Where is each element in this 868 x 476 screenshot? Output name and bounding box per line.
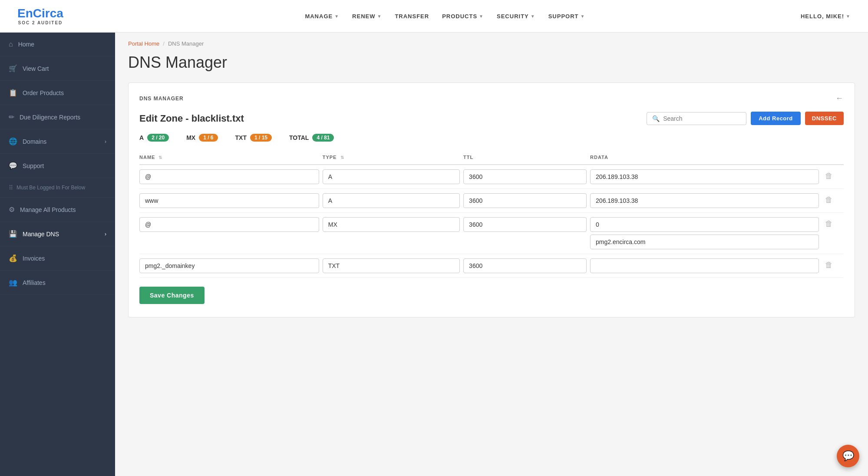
logo-sub: SOC 2 AUDITED <box>18 20 63 25</box>
table-row: 🗑 <box>139 254 844 278</box>
txt-count: TXT 1 / 15 <box>235 134 272 142</box>
support-arrow: ▼ <box>581 14 585 19</box>
sidebar-item-label: Must Be Logged In For Below <box>17 185 85 191</box>
rdata-input[interactable] <box>590 258 819 273</box>
sidebar-item-manage-dns[interactable]: 💾 Manage DNS › <box>0 222 115 246</box>
rdata-input[interactable] <box>590 235 819 249</box>
name-input[interactable] <box>139 193 319 208</box>
delete-button[interactable]: 🗑 <box>822 193 835 206</box>
chat-bubble-icon: 💬 <box>842 450 854 462</box>
breadcrumb-current: DNS Manager <box>168 40 204 47</box>
sidebar-item-support[interactable]: 💬 Support <box>0 154 115 178</box>
name-sort-icon[interactable]: ⇅ <box>158 155 162 160</box>
a-label: A <box>139 134 144 141</box>
search-icon: 🔍 <box>652 115 660 122</box>
sidebar-item-label: Support <box>23 162 44 169</box>
name-cell <box>139 213 323 254</box>
rdata-input[interactable] <box>590 193 819 208</box>
sidebar-item-view-cart[interactable]: 🛒 View Cart <box>0 56 115 81</box>
sidebar-item-domains[interactable]: 🌐 Domains › <box>0 129 115 154</box>
a-count: A 2 / 20 <box>139 134 169 142</box>
type-input[interactable] <box>323 169 460 184</box>
type-cell <box>323 189 463 213</box>
nav-support[interactable]: SUPPORT ▼ <box>548 13 585 20</box>
name-cell <box>139 165 323 189</box>
nav-renew[interactable]: RENEW ▼ <box>352 13 382 20</box>
sidebar-item-label: Invoices <box>23 255 45 262</box>
table-row: 🗑 <box>139 213 844 254</box>
user-arrow: ▼ <box>846 14 851 19</box>
ttl-cell <box>463 254 590 278</box>
nav-manage[interactable]: MANAGE ▼ <box>305 13 339 20</box>
type-input[interactable] <box>323 258 460 273</box>
sidebar-item-label: Affiliates <box>23 279 46 286</box>
panel-header-label: DNS MANAGER <box>139 96 184 102</box>
name-input[interactable] <box>139 258 319 273</box>
user-menu[interactable]: HELLO, MIKE! ▼ <box>801 13 851 20</box>
nav-security[interactable]: SECURITY ▼ <box>497 13 535 20</box>
rdata-cell <box>590 254 822 278</box>
ttl-cell <box>463 165 590 189</box>
type-cell <box>323 254 463 278</box>
back-arrow-button[interactable]: ← <box>835 94 844 103</box>
search-box[interactable]: 🔍 <box>647 112 746 125</box>
ttl-input[interactable] <box>463 217 587 232</box>
save-changes-button[interactable]: Save Changes <box>139 287 205 304</box>
nav-links: MANAGE ▼ RENEW ▼ TRANSFER PRODUCTS ▼ SEC… <box>89 13 801 20</box>
sidebar-item-label: Home <box>18 41 34 48</box>
ttl-input[interactable] <box>463 258 587 273</box>
rdata-cell <box>590 189 822 213</box>
name-input[interactable] <box>139 217 319 232</box>
dns-expand-arrow: › <box>105 231 106 237</box>
due-diligence-icon: ✏ <box>9 113 14 121</box>
delete-button[interactable]: 🗑 <box>822 217 835 230</box>
rdata-container <box>590 193 819 208</box>
table-row: 🗑 <box>139 165 844 189</box>
action-cell: 🗑 <box>822 213 844 254</box>
chat-bubble-button[interactable]: 💬 <box>837 445 859 467</box>
main-content: Portal Home / DNS Manager DNS Manager DN… <box>115 33 868 476</box>
mx-count: MX 1 / 6 <box>186 134 218 142</box>
sidebar-item-due-diligence[interactable]: ✏ Due Diligence Reports <box>0 105 115 129</box>
sidebar-item-home[interactable]: ⌂ Home <box>0 33 115 56</box>
type-input[interactable] <box>323 217 460 232</box>
rdata-cell <box>590 213 822 254</box>
nav-products[interactable]: PRODUCTS ▼ <box>442 13 484 20</box>
ttl-input[interactable] <box>463 169 587 184</box>
action-cell: 🗑 <box>822 189 844 213</box>
search-input[interactable] <box>663 115 741 122</box>
breadcrumb-home-link[interactable]: Portal Home <box>128 40 159 47</box>
zone-header: Edit Zone - blacklist.txt 🔍 Add Record D… <box>139 112 844 125</box>
delete-button[interactable]: 🗑 <box>822 258 835 271</box>
sidebar-item-affiliates[interactable]: 👥 Affiliates <box>0 271 115 295</box>
type-input[interactable] <box>323 193 460 208</box>
sidebar-item-invoices[interactable]: 💰 Invoices <box>0 246 115 271</box>
dns-table: NAME ⇅ TYPE ⇅ TTL RDATA <box>139 150 844 278</box>
sidebar-item-label: Order Products <box>23 89 64 96</box>
col-header-type: TYPE ⇅ <box>323 150 463 165</box>
renew-arrow: ▼ <box>377 14 382 19</box>
add-record-button[interactable]: Add Record <box>751 112 801 125</box>
support-icon: 💬 <box>9 162 17 170</box>
order-icon: 📋 <box>9 89 17 97</box>
breadcrumb-separator: / <box>163 40 165 47</box>
delete-button[interactable]: 🗑 <box>822 169 835 182</box>
name-cell <box>139 189 323 213</box>
must-logged-icon: ⠿ <box>9 184 13 191</box>
logo[interactable]: EnCirca SOC 2 AUDITED <box>17 7 63 25</box>
rdata-input[interactable] <box>590 169 819 184</box>
ttl-input[interactable] <box>463 193 587 208</box>
main-layout: ⌂ Home 🛒 View Cart 📋 Order Products ✏ Du… <box>0 33 868 476</box>
dnssec-button[interactable]: DNSSEC <box>805 112 844 125</box>
nav-transfer[interactable]: TRANSFER <box>395 13 429 20</box>
logo-text: EnCirca <box>17 7 63 20</box>
type-sort-icon[interactable]: ⇅ <box>340 155 344 160</box>
sidebar-item-label: Domains <box>23 138 46 145</box>
sidebar-item-order-products[interactable]: 📋 Order Products <box>0 81 115 105</box>
record-counts: A 2 / 20 MX 1 / 6 TXT 1 / 15 TOTAL 4 / 8… <box>139 134 844 142</box>
sidebar-item-manage-all[interactable]: ⚙ Manage All Products <box>0 198 115 222</box>
total-badge: 4 / 81 <box>312 134 334 142</box>
rdata-input[interactable] <box>590 217 819 232</box>
ttl-cell <box>463 189 590 213</box>
name-input[interactable] <box>139 169 319 184</box>
